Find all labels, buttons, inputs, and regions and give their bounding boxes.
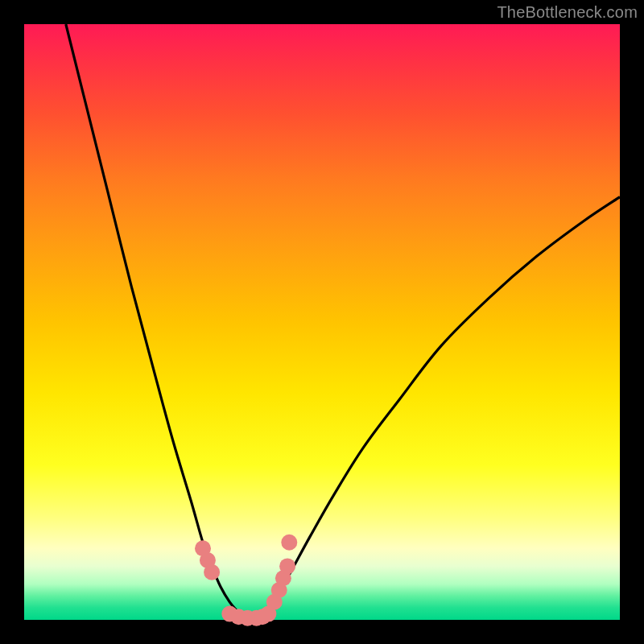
curve-right (262, 197, 620, 620)
curve-left (66, 24, 245, 620)
plot-area (24, 24, 620, 620)
data-marker (279, 558, 295, 574)
curve-layer (24, 24, 620, 620)
data-marker (204, 564, 220, 580)
watermark-text: TheBottleneck.com (497, 3, 638, 22)
data-marker (281, 535, 297, 551)
chart-frame: TheBottleneck.com (0, 0, 644, 644)
data-markers (195, 535, 297, 626)
